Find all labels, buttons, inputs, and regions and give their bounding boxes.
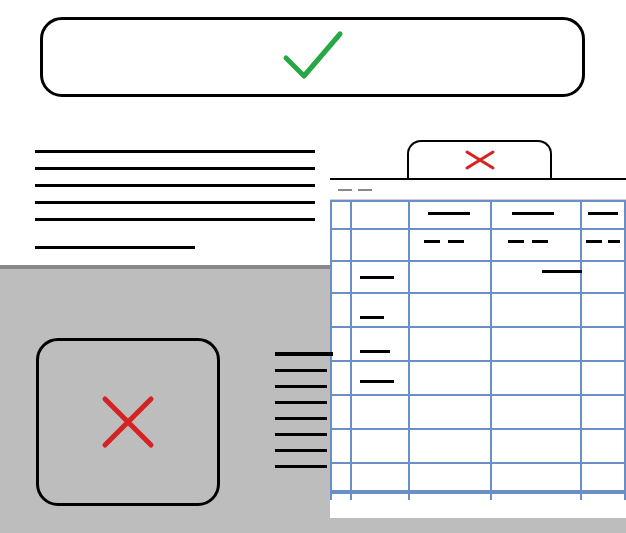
text-line (275, 449, 327, 452)
grid-hline (330, 292, 626, 294)
grid-vline (580, 200, 582, 500)
text-line (35, 246, 195, 249)
table-grid[interactable] (330, 200, 626, 500)
text-line (35, 150, 315, 153)
table-cell (508, 240, 524, 243)
text-line (275, 369, 327, 372)
x-icon (93, 387, 163, 457)
grid-hline (330, 462, 626, 464)
grid-hline (330, 326, 626, 328)
table-cell (360, 276, 394, 279)
text-line (275, 417, 327, 420)
grid-hline (330, 228, 626, 230)
grid-vline (350, 200, 352, 500)
text-block-top (35, 150, 315, 263)
text-line (35, 184, 315, 187)
text-block-bottom (275, 352, 345, 481)
text-line (275, 352, 333, 356)
text-line (35, 218, 315, 221)
image-placeholder[interactable] (36, 338, 220, 506)
text-line (275, 465, 327, 468)
table-header-cell (512, 212, 554, 215)
table-header-cell (428, 212, 470, 215)
check-icon (278, 28, 348, 86)
text-line (275, 401, 327, 404)
table-cell (360, 350, 390, 353)
grid-hline (330, 428, 626, 430)
text-line (35, 201, 315, 204)
table-cell (424, 240, 440, 243)
table-header-cell (588, 212, 618, 215)
grid-hline (330, 360, 626, 362)
text-line (35, 167, 315, 170)
table-cell (360, 380, 394, 383)
table-cell (608, 240, 620, 243)
grid-vline (408, 200, 410, 500)
table-toolbar (330, 180, 626, 200)
grid-vline (490, 200, 492, 500)
table-footer-line (330, 490, 626, 494)
table-cell (448, 240, 464, 243)
x-icon (463, 149, 497, 171)
table-cell (542, 270, 582, 273)
grid-hline (330, 260, 626, 262)
text-line (275, 385, 327, 388)
error-tab[interactable] (407, 140, 552, 178)
toolbar-icon (338, 189, 352, 191)
data-table[interactable] (330, 178, 626, 518)
text-line (275, 433, 327, 436)
grid-hline (330, 200, 626, 202)
toolbar-icon (358, 189, 372, 191)
grid-hline (330, 394, 626, 396)
header-confirm-box[interactable] (40, 17, 585, 97)
table-cell (532, 240, 548, 243)
table-cell (360, 316, 384, 319)
table-cell (586, 240, 602, 243)
